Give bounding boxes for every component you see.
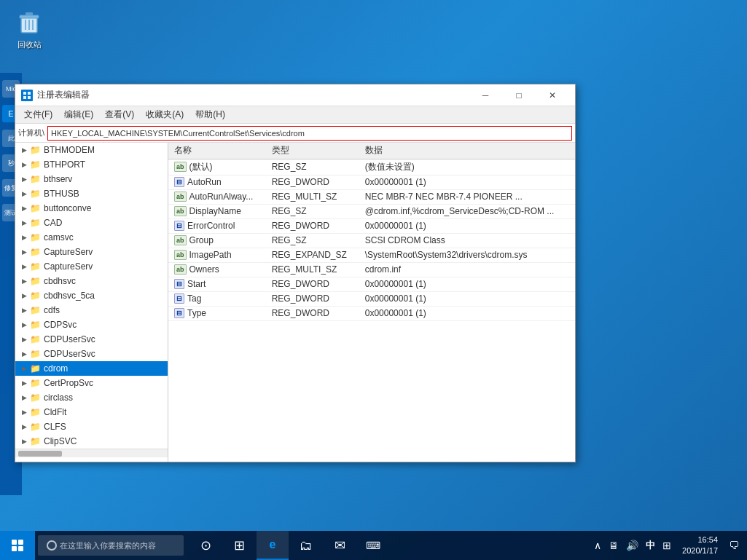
- folder-icon: 📁: [30, 247, 42, 257]
- window-title: 注册表编辑器: [37, 89, 469, 101]
- tree-item-cbdhsvc5ca[interactable]: ▶ 📁 cbdhsvc_5ca: [15, 288, 168, 303]
- tree-item-buttonconve[interactable]: ▶ 📁 buttonconve: [15, 201, 168, 216]
- folder-icon: 📁: [30, 232, 42, 242]
- start-button[interactable]: [0, 531, 35, 560]
- tree-label: cdfs: [44, 305, 60, 315]
- mail-button[interactable]: ✉: [324, 531, 356, 560]
- tree-item-cdfs[interactable]: ▶ 📁 cdfs: [15, 303, 168, 318]
- cell-data: \SystemRoot\System32\drivers\cdrom.sys: [359, 248, 575, 262]
- tray-chevron[interactable]: ∧: [592, 538, 603, 553]
- tray-network[interactable]: 🖥: [606, 538, 621, 553]
- tree-item-bthmodem[interactable]: ▶ 📁 BTHMODEM: [15, 143, 168, 157]
- tray-ime[interactable]: 中: [644, 537, 657, 553]
- folder-icon: 📁: [30, 218, 42, 228]
- value-type-icon: ab: [174, 192, 187, 202]
- table-row[interactable]: ab AutoRunAlway... REG_MULTI_SZ NEC MBR-…: [168, 189, 575, 204]
- value-type-icon: ab: [174, 162, 187, 172]
- tray-input-mode[interactable]: ⊞: [660, 538, 673, 553]
- table-row[interactable]: ⊟ ErrorControl REG_DWORD 0x00000001 (1): [168, 218, 575, 233]
- taskbar-clock[interactable]: 16:54 2020/1/17: [676, 535, 724, 557]
- menu-help[interactable]: 帮助(H): [189, 107, 231, 122]
- tree-arrow: ▶: [18, 423, 30, 430]
- table-row[interactable]: ⊟ Start REG_DWORD 0x00000001 (1): [168, 277, 575, 291]
- tree-item-circlass[interactable]: ▶ 📁 circlass: [15, 390, 168, 405]
- tray-volume[interactable]: 🔊: [624, 538, 641, 553]
- table-row[interactable]: ab ImagePath REG_EXPAND_SZ \SystemRoot\S…: [168, 248, 575, 262]
- cell-data: @cdrom.inf,%cdrom_ServiceDesc%;CD-ROM ..…: [359, 204, 575, 218]
- cell-name: ab AutoRunAlway...: [168, 189, 266, 204]
- tree-label-cdrom: cdrom: [44, 363, 68, 374]
- table-row[interactable]: ab Group REG_SZ SCSI CDROM Class: [168, 233, 575, 248]
- menu-view[interactable]: 查看(V): [99, 107, 140, 122]
- maximize-button[interactable]: □: [502, 84, 536, 106]
- tree-item-clipsvc[interactable]: ▶ 📁 ClipSVC: [15, 434, 168, 449]
- registry-table: 名称 类型 数据 ab (默认) REG_SZ (数值未设置) ⊟ AutoRu…: [168, 143, 575, 321]
- tree-arrow: ▶: [18, 336, 30, 343]
- tree-item-bthport[interactable]: ▶ 📁 BTHPORT: [15, 157, 168, 172]
- taskbar-search-box[interactable]: 在这里输入你要搜索的内容: [38, 535, 184, 556]
- file-explorer-button[interactable]: 🗂: [290, 531, 322, 560]
- taskbar-apps: ⊙ ⊞ e 🗂 ✉ ⌨: [189, 531, 389, 560]
- cell-type: REG_DWORD: [266, 306, 359, 320]
- tree-item-cdpusersvc2[interactable]: ▶ 📁 CDPUserSvc: [15, 347, 168, 361]
- tree-item-captureserv1[interactable]: ▶ 📁 CaptureServ: [15, 245, 168, 259]
- tree-item-cdpusersvc1[interactable]: ▶ 📁 CDPUserSvc: [15, 332, 168, 347]
- recycle-bin-icon[interactable]: 回收站: [7, 7, 51, 50]
- tree-item-certpropsvc[interactable]: ▶ 📁 CertPropSvc: [15, 376, 168, 390]
- menu-favorites[interactable]: 收藏夹(A): [140, 107, 189, 122]
- close-button[interactable]: ✕: [536, 84, 569, 106]
- cell-data: SCSI CDROM Class: [359, 233, 575, 248]
- table-row[interactable]: ab Owners REG_MULTI_SZ cdrom.inf: [168, 262, 575, 277]
- menu-file[interactable]: 文件(F): [18, 107, 58, 122]
- tree-item-bthusb[interactable]: ▶ 📁 BTHUSB: [15, 186, 168, 201]
- cell-type: REG_DWORD: [266, 277, 359, 291]
- table-row[interactable]: ab DisplayName REG_SZ @cdrom.inf,%cdrom_…: [168, 204, 575, 218]
- tree-item-cad[interactable]: ▶ 📁 CAD: [15, 216, 168, 230]
- edge-button[interactable]: e: [257, 531, 289, 560]
- tree-hscroll[interactable]: [15, 449, 168, 457]
- value-name: ImagePath: [189, 250, 232, 260]
- tree-label: CaptureServ: [44, 247, 93, 257]
- tree-item-cdrom[interactable]: ▶ 📁 cdrom: [15, 361, 168, 376]
- folder-icon: 📁: [30, 261, 42, 272]
- tree-label: CertPropSvc: [44, 378, 93, 388]
- network-button[interactable]: ⌨: [357, 531, 389, 560]
- folder-icon: 📁: [30, 145, 42, 155]
- taskbar-search-placeholder: 在这里输入你要搜索的内容: [60, 540, 156, 551]
- table-row[interactable]: ⊟ Tag REG_DWORD 0x00000001 (1): [168, 291, 575, 306]
- menu-edit[interactable]: 编辑(E): [58, 107, 99, 122]
- tree-item-cdpsvc[interactable]: ▶ 📁 CDPSvc: [15, 318, 168, 332]
- taskbar-grid-button[interactable]: ⊞: [223, 531, 255, 560]
- tree-item-captureserv2[interactable]: ▶ 📁 CaptureServ: [15, 259, 168, 274]
- tree-label: camsvc: [44, 232, 74, 242]
- tree-item-clfs[interactable]: ▶ 📁 CLFS: [15, 419, 168, 434]
- cell-name: ab (默认): [168, 159, 266, 175]
- address-input[interactable]: [47, 126, 572, 141]
- cell-type: REG_DWORD: [266, 291, 359, 306]
- tree-item-bthserv[interactable]: ▶ 📁 bthserv: [15, 172, 168, 186]
- cell-type: REG_DWORD: [266, 175, 359, 189]
- task-view-button[interactable]: ⊙: [189, 531, 222, 560]
- tree-item-cldflt[interactable]: ▶ 📁 CldFlt: [15, 405, 168, 419]
- tree-label: CDPUserSvc: [44, 349, 95, 359]
- tree-label: cbdhsvc: [44, 276, 76, 286]
- minimize-button[interactable]: ─: [469, 84, 502, 106]
- table-row[interactable]: ⊟ Type REG_DWORD 0x00000001 (1): [168, 306, 575, 320]
- svg-rect-7: [28, 92, 31, 95]
- registry-tree[interactable]: ▶ 📁 BTHMODEM ▶ 📁 BTHPORT ▶ 📁 bthserv ▶ 📁…: [15, 143, 168, 462]
- value-name: AutoRun: [187, 177, 222, 187]
- tree-item-camsvc[interactable]: ▶ 📁 camsvc: [15, 230, 168, 245]
- folder-icon: 📁: [30, 159, 42, 170]
- tree-arrow: ▶: [18, 190, 30, 197]
- folder-icon: 📁: [30, 320, 42, 330]
- address-label: 计算机\: [18, 127, 44, 138]
- table-row[interactable]: ⊟ AutoRun REG_DWORD 0x00000001 (1): [168, 175, 575, 189]
- cell-type: REG_MULTI_SZ: [266, 189, 359, 204]
- notification-button[interactable]: 🗨: [727, 538, 741, 553]
- tree-item-cbdhsvc[interactable]: ▶ 📁 cbdhsvc: [15, 274, 168, 288]
- tree-label: bthserv: [44, 174, 72, 184]
- registry-values-panel[interactable]: 名称 类型 数据 ab (默认) REG_SZ (数值未设置) ⊟ AutoRu…: [168, 143, 575, 462]
- folder-icon: 📁: [30, 378, 42, 388]
- tree-arrow: ▶: [18, 307, 30, 314]
- table-row[interactable]: ab (默认) REG_SZ (数值未设置): [168, 159, 575, 175]
